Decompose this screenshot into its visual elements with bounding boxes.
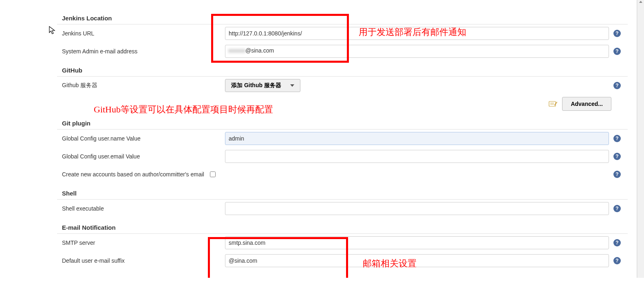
section-git-plugin: Git plugin [57,117,628,130]
label-admin-email: System Admin e-mail address [62,48,225,55]
label-git-useremail: Global Config user.email Value [62,153,225,160]
vertical-scrollbar[interactable] [637,0,644,278]
svg-rect-0 [549,101,556,106]
help-icon[interactable]: ? [611,48,623,55]
row-admin-email: System Admin e-mail address xxxxxx @sina… [57,42,628,60]
help-icon[interactable]: ? [611,171,623,178]
help-icon[interactable]: ? [611,239,623,246]
label-jenkins-url: Jenkins URL [62,30,225,37]
row-create-accounts: Create new accounts based on author/comm… [57,165,628,183]
input-git-username[interactable] [225,132,609,145]
section-email-notification: E-mail Notification [57,222,628,234]
row-git-useremail: Global Config user.email Value ? [57,147,628,165]
input-jenkins-url[interactable] [225,27,609,40]
caret-down-icon [290,84,294,87]
help-icon[interactable]: ? [611,153,623,160]
section-shell: Shell [57,187,628,200]
row-git-username: Global Config user.name Value ? [57,130,628,147]
help-icon[interactable]: ? [611,257,623,264]
row-default-suffix: Default user e-mail suffix ? [57,252,628,270]
checkbox-create-accounts[interactable] [210,171,216,177]
label-default-suffix: Default user e-mail suffix [62,257,225,264]
section-jenkins-location: Jenkins Location [57,12,628,24]
help-icon[interactable]: ? [611,205,623,212]
label-git-username: Global Config user.name Value [62,135,225,142]
row-jenkins-url: Jenkins URL ? [57,24,628,42]
row-github-advanced: Advanced... [57,94,628,113]
add-github-server-button[interactable]: 添加 Github 服务器 [225,79,300,92]
label-shell-exec: Shell executable [62,205,225,212]
section-github: GitHub [57,64,628,77]
input-git-useremail[interactable] [225,150,609,163]
help-icon[interactable]: ? [611,82,623,89]
label-create-accounts: Create new accounts based on author/comm… [62,171,204,178]
input-shell-exec[interactable] [225,202,609,215]
row-smtp-server: SMTP server ? [57,234,628,252]
input-smtp-server[interactable] [225,236,609,249]
edit-icon [548,100,558,108]
config-form: Jenkins Location Jenkins URL ? System Ad… [0,0,644,278]
label-github-servers: Github 服务器 [62,82,225,89]
row-shell-exec: Shell executable ? [57,200,628,218]
help-icon[interactable]: ? [611,30,623,37]
label-smtp-server: SMTP server [62,239,225,246]
add-github-server-label: 添加 Github 服务器 [231,82,281,89]
advanced-button[interactable]: Advanced... [562,97,611,111]
row-github-servers: Github 服务器 添加 Github 服务器 ? [57,77,628,94]
input-admin-email[interactable] [225,45,609,58]
help-icon[interactable]: ? [611,135,623,142]
input-default-suffix[interactable] [225,254,609,267]
